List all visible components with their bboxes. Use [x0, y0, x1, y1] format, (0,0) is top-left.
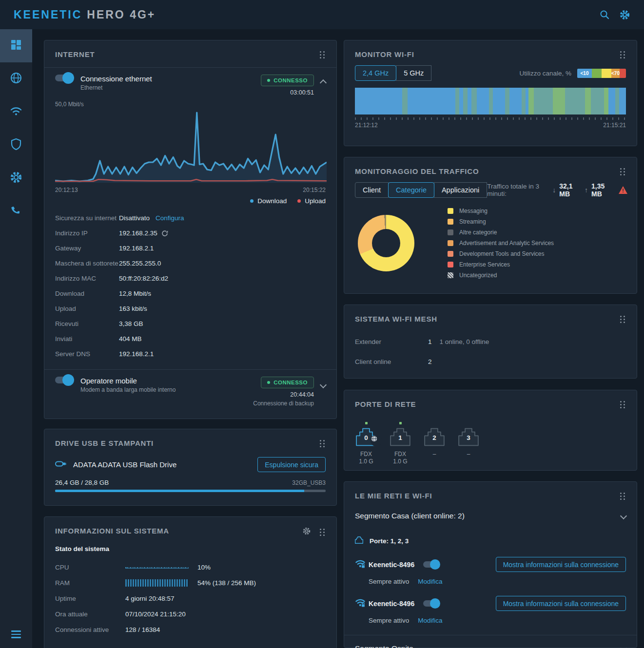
segment-guest-name: Segmento Ospite: [355, 644, 413, 648]
mobile-toggle[interactable]: [55, 377, 73, 383]
port-speed-label: –: [423, 451, 446, 458]
detail-row: Indirizzo MAC50:ff:20:82:26:d2: [55, 271, 326, 286]
cpu-usage-bar: [125, 566, 189, 569]
drag-handle-icon[interactable]: [319, 439, 326, 448]
legend-swatch-icon: [448, 229, 453, 235]
channel-utilization-label: Utilizzo canale, %: [519, 70, 571, 77]
refresh-icon[interactable]: [161, 230, 168, 238]
system-info-card: INFORMAZIONI SUL SISTEMA Stato del siste…: [44, 516, 337, 648]
sidebar-item-internet[interactable]: [0, 62, 32, 95]
drag-handle-icon[interactable]: [619, 167, 626, 176]
detail-row: Upload163 kbit/s: [55, 301, 326, 316]
top-bar: KEENETIC HERO 4G+: [0, 0, 644, 29]
traffic-upload-value: 1,35 MB: [591, 182, 613, 198]
detail-row: Gateway192.168.2.1: [55, 241, 326, 256]
port-2[interactable]: 2–: [423, 422, 446, 465]
tab-24ghz[interactable]: 2,4 GHz: [355, 65, 396, 81]
port-number: 3: [457, 434, 480, 441]
traffic-legend-item: Advertisement and Analytic Services: [448, 240, 554, 247]
mobile-backup-note: Connessione di backup: [253, 400, 314, 407]
gear-icon[interactable]: [619, 9, 630, 20]
sidebar-menu-toggle[interactable]: [0, 625, 32, 644]
legend-swatch-icon: [448, 251, 453, 257]
detail-row: Download12,8 Mbit/s: [55, 286, 326, 301]
wifi-toggle[interactable]: [423, 600, 439, 607]
detail-row: Maschera di sottorete255.255.255.0: [55, 256, 326, 271]
traffic-legend-item: Altre categorie: [448, 229, 554, 236]
chevron-down-icon[interactable]: [620, 513, 627, 519]
sidebar-item-settings[interactable]: [0, 162, 32, 195]
safe-eject-button[interactable]: Espulsione sicura: [257, 457, 326, 472]
security-status: Disattivato: [119, 214, 150, 222]
widget-settings-gear-icon[interactable]: [302, 527, 311, 537]
traffic-line-chart: [44, 108, 336, 185]
modify-link[interactable]: Modifica: [418, 578, 442, 585]
tab-5ghz[interactable]: 5 GHz: [396, 65, 431, 81]
card-title-traffic: MONITORAGGIO DEL TRAFFICO: [355, 167, 479, 175]
clients-online-row: Client online 2: [355, 352, 626, 372]
show-connection-info-button[interactable]: Mostra informazioni sulla connessione: [496, 596, 626, 611]
segment-guest-header[interactable]: Segmento Ospite: [344, 635, 637, 648]
show-connection-info-button[interactable]: Mostra informazioni sulla connessione: [496, 557, 626, 572]
traffic-legend-item: Development Tools and Services: [448, 250, 554, 257]
port-number: 2: [423, 434, 446, 441]
sidebar-item-security[interactable]: [0, 129, 32, 162]
wifi-toggle[interactable]: [423, 561, 439, 568]
drag-handle-icon[interactable]: [619, 400, 626, 409]
current-time-row: Ora attuale07/10/2024 21:15:20: [55, 606, 326, 622]
tab-applicazioni[interactable]: Applicazioni: [434, 182, 487, 198]
dns-link[interactable]: 192.168.2.1: [119, 350, 154, 358]
ethernet-connection-name: Connessione ethernet: [80, 75, 152, 83]
sidebar-item-dashboard[interactable]: [0, 29, 32, 62]
wifi-lock-icon: [355, 598, 366, 610]
tab-client[interactable]: Client: [355, 182, 389, 198]
ethernet-plug-icon: [355, 536, 363, 546]
ethernet-toggle[interactable]: [55, 75, 73, 81]
legend-swatch-icon: [448, 262, 453, 267]
card-title-system: INFORMAZIONI SUL SISTEMA: [55, 527, 169, 535]
dashboard-icon: [10, 39, 22, 53]
traffic-legend-item: Messaging: [448, 208, 554, 214]
internet-globe-icon: [371, 435, 382, 446]
collapse-chevron-icon[interactable]: [320, 79, 327, 86]
wifi-ssid: Keenetic-8496: [369, 561, 414, 569]
expand-chevron-icon[interactable]: [320, 381, 327, 388]
port-link-dot: [399, 422, 402, 424]
mobile-connection-type: Modem a banda larga mobile interno: [80, 386, 176, 393]
search-icon[interactable]: [599, 9, 610, 20]
wifi-schedule-row: Sempre attivoModifica: [344, 611, 637, 624]
drag-handle-icon[interactable]: [619, 315, 626, 324]
card-title-mesh: SISTEMA WI-FI MESH: [355, 315, 437, 323]
detail-row: Inviati404 MB: [55, 331, 326, 346]
port-speed-label: FDX1.0 G: [389, 451, 411, 465]
configure-link[interactable]: Configura: [156, 214, 184, 222]
traffic-donut-chart: [358, 215, 414, 271]
drag-handle-icon[interactable]: [619, 50, 626, 59]
card-title-networks: LE MIE RETI E WI-FI: [355, 492, 432, 500]
upload-arrow-icon: ↑: [585, 186, 588, 194]
port-0[interactable]: 0FDX1.0 G: [355, 422, 377, 465]
port-1[interactable]: 1FDX1.0 G: [389, 422, 411, 465]
extender-row: Extender 1 1 online, 0 offline: [355, 332, 626, 352]
internet-card: INTERNET Connessione ethernet Ethernet C…: [44, 40, 337, 419]
hamburger-icon: [11, 630, 21, 638]
cpu-row: CPU 10%: [55, 559, 326, 575]
port-3[interactable]: 3–: [457, 422, 480, 465]
traffic-monitoring-card: MONITORAGGIO DEL TRAFFICO Client Categor…: [344, 157, 637, 294]
traffic-total: Traffico totale in 3 minuti: ↓ 32,1 MB ↑…: [487, 182, 626, 198]
drag-handle-icon[interactable]: [319, 528, 326, 537]
drag-handle-icon[interactable]: [319, 50, 326, 59]
modify-link[interactable]: Modifica: [418, 617, 442, 624]
card-title-ports: PORTE DI RETE: [355, 400, 416, 408]
tab-categorie[interactable]: Categorie: [388, 182, 434, 198]
sidebar-item-wifi[interactable]: [0, 95, 32, 129]
shield-icon: [10, 138, 22, 152]
warning-icon[interactable]: [619, 186, 626, 194]
drag-handle-icon[interactable]: [619, 492, 626, 501]
phone-icon: [10, 205, 22, 218]
globe-icon: [10, 72, 22, 86]
sidebar-item-phone[interactable]: [0, 195, 32, 228]
chevron-down-icon[interactable]: [620, 645, 627, 648]
segment-home-header[interactable]: Segmento Casa (client online: 2): [344, 501, 637, 520]
chart-time-start: 20:12:13: [55, 187, 78, 193]
